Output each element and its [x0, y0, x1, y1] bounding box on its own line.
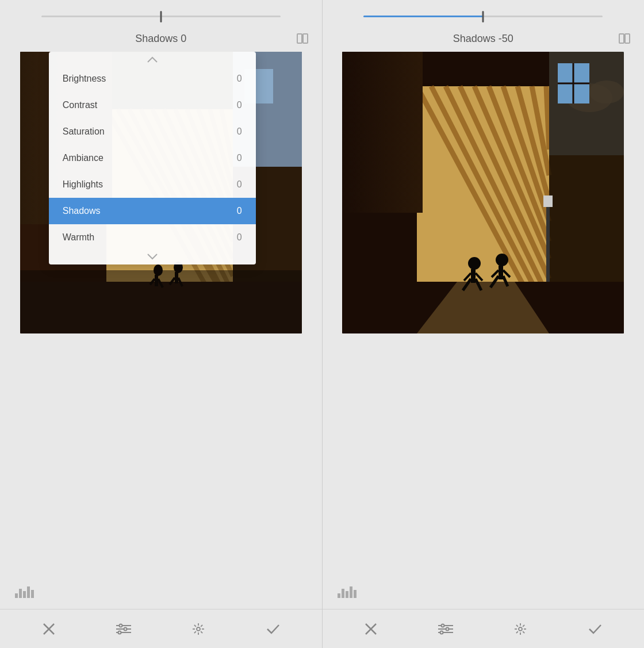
svg-rect-1	[303, 34, 308, 43]
svg-point-119	[519, 627, 522, 631]
menu-arrow-up[interactable]	[49, 52, 256, 66]
menu-item-shadows-value: 0	[237, 206, 242, 216]
svg-rect-33	[15, 593, 18, 598]
left-panel: Shadows 0	[0, 0, 322, 648]
menu-item-highlights[interactable]: Highlights 0	[49, 171, 256, 198]
right-slider-thumb[interactable]	[482, 11, 484, 22]
menu-item-warmth-value: 0	[237, 232, 242, 243]
right-split-icon[interactable]	[616, 32, 632, 45]
svg-rect-23	[20, 282, 302, 333]
svg-point-108	[442, 624, 444, 627]
right-slider-fill	[363, 16, 483, 17]
menu-item-highlights-label: Highlights	[63, 179, 103, 190]
menu-item-contrast-value: 0	[237, 100, 242, 110]
left-cancel-button[interactable]	[36, 616, 62, 642]
svg-rect-0	[297, 34, 302, 43]
left-slider-track[interactable]	[41, 16, 281, 17]
left-header-row: Shadows 0	[0, 28, 322, 52]
svg-rect-55	[619, 34, 624, 43]
svg-line-117	[516, 631, 518, 633]
menu-item-warmth[interactable]: Warmth 0	[49, 224, 256, 251]
svg-point-43	[119, 624, 122, 627]
right-header-row: Shadows -50	[323, 28, 645, 52]
svg-line-72	[546, 86, 549, 149]
menu-item-ambiance-value: 0	[237, 153, 242, 163]
svg-rect-101	[350, 586, 352, 598]
menu-item-saturation[interactable]: Saturation 0	[49, 118, 256, 145]
left-split-icon[interactable]	[294, 32, 310, 45]
menu-arrow-down[interactable]	[49, 251, 256, 264]
svg-point-45	[118, 631, 121, 634]
right-photo	[342, 52, 624, 333]
svg-rect-102	[354, 590, 356, 598]
right-top-slider-area[interactable]	[323, 5, 645, 28]
svg-rect-99	[342, 589, 344, 598]
left-photo: Brightness 0 Contrast 0 Saturation 0 Amb…	[20, 52, 302, 333]
svg-point-44	[124, 627, 126, 630]
svg-rect-37	[31, 590, 34, 598]
svg-line-115	[516, 624, 518, 626]
right-slider-track[interactable]	[363, 16, 603, 17]
menu-item-brightness-value: 0	[237, 74, 242, 84]
adjustment-menu: Brightness 0 Contrast 0 Saturation 0 Amb…	[49, 52, 256, 264]
left-confirm-button[interactable]	[260, 616, 286, 642]
right-bottom-toolbar	[323, 609, 645, 648]
right-confirm-button[interactable]	[582, 616, 608, 642]
svg-line-51	[201, 631, 202, 633]
menu-item-saturation-value: 0	[237, 126, 242, 137]
left-bottom-toolbar	[0, 609, 322, 648]
svg-point-86	[468, 257, 481, 270]
menu-item-highlights-value: 0	[237, 179, 242, 190]
svg-rect-26	[155, 275, 158, 286]
svg-rect-35	[23, 591, 26, 598]
right-adjust-button[interactable]	[433, 616, 458, 642]
svg-rect-100	[346, 591, 348, 598]
svg-point-109	[446, 627, 449, 630]
left-top-slider-area[interactable]	[0, 5, 322, 28]
right-histogram-icon[interactable]	[336, 583, 357, 602]
svg-rect-34	[19, 589, 22, 598]
svg-line-116	[523, 631, 524, 633]
svg-point-25	[154, 264, 163, 276]
svg-point-110	[440, 631, 443, 634]
svg-rect-83	[543, 195, 553, 207]
left-adjust-button[interactable]	[111, 616, 136, 642]
svg-rect-98	[338, 593, 340, 598]
menu-item-ambiance[interactable]: Ambiance 0	[49, 145, 256, 171]
menu-item-contrast-label: Contrast	[63, 100, 97, 110]
svg-line-118	[523, 624, 524, 626]
right-header-title: Shadows -50	[350, 33, 617, 45]
menu-item-brightness-label: Brightness	[63, 74, 106, 84]
svg-rect-87	[471, 269, 476, 283]
svg-line-53	[201, 624, 202, 626]
menu-item-shadows[interactable]: Shadows 0	[49, 198, 256, 224]
menu-item-ambiance-label: Ambiance	[63, 153, 103, 163]
menu-item-shadows-label: Shadows	[63, 206, 101, 216]
left-header-title: Shadows 0	[28, 33, 294, 45]
left-slider-thumb[interactable]	[160, 11, 162, 22]
menu-item-saturation-label: Saturation	[63, 126, 105, 137]
right-panel: Shadows -50	[323, 0, 645, 648]
svg-rect-56	[625, 34, 630, 43]
right-magic-button[interactable]	[508, 616, 533, 642]
menu-item-brightness[interactable]: Brightness 0	[49, 66, 256, 92]
svg-line-52	[194, 631, 196, 633]
left-histogram-icon[interactable]	[14, 583, 34, 602]
menu-item-warmth-label: Warmth	[63, 232, 94, 243]
menu-item-contrast[interactable]: Contrast 0	[49, 92, 256, 118]
svg-point-54	[197, 627, 200, 631]
svg-point-92	[496, 254, 508, 266]
left-magic-button[interactable]	[186, 616, 211, 642]
svg-rect-30	[175, 272, 178, 283]
svg-rect-36	[27, 586, 30, 598]
right-cancel-button[interactable]	[358, 616, 384, 642]
svg-line-50	[194, 624, 196, 626]
